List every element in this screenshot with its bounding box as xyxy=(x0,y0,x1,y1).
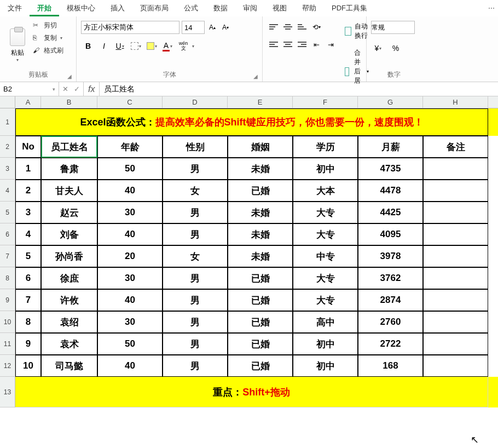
increase-font-button[interactable]: A▴ xyxy=(207,21,218,33)
data-cell[interactable]: 已婚 xyxy=(228,267,293,289)
data-cell[interactable]: 2722 xyxy=(358,333,423,355)
border-button[interactable]: ▾ xyxy=(129,39,143,53)
data-cell[interactable]: 徐庶 xyxy=(41,267,97,289)
data-cell[interactable]: 10 xyxy=(15,355,41,377)
data-cell[interactable]: 4425 xyxy=(358,202,423,223)
phonetic-button[interactable]: wén文 xyxy=(176,39,190,53)
menu-layout[interactable]: 页面布局 xyxy=(132,0,176,16)
formula-confirm-icon[interactable]: ✓ xyxy=(74,85,80,93)
select-all-corner[interactable] xyxy=(0,96,15,108)
data-cell[interactable]: 已婚 xyxy=(228,180,293,202)
data-cell[interactable] xyxy=(423,223,488,245)
data-cell[interactable]: 7 xyxy=(15,289,41,311)
data-cell[interactable]: 1 xyxy=(15,158,41,180)
data-cell[interactable]: 许攸 xyxy=(41,289,97,311)
data-cell[interactable]: 大专 xyxy=(293,289,358,311)
data-cell[interactable]: 4478 xyxy=(358,180,423,202)
data-cell[interactable]: 40 xyxy=(97,180,163,202)
align-middle-button[interactable] xyxy=(281,21,294,33)
header-cell[interactable]: 员工姓名 xyxy=(41,136,97,158)
data-cell[interactable] xyxy=(423,267,488,289)
col-header-d[interactable]: D xyxy=(163,96,228,108)
data-cell[interactable]: 大专 xyxy=(293,223,358,245)
data-cell[interactable]: 40 xyxy=(97,223,163,245)
menu-home[interactable]: 开始 xyxy=(30,0,59,16)
data-cell[interactable]: 男 xyxy=(163,333,228,355)
row-header[interactable]: 8 xyxy=(0,267,15,289)
data-cell[interactable]: 9 xyxy=(15,333,41,355)
data-cell[interactable] xyxy=(423,180,488,202)
bold-button[interactable]: B xyxy=(81,39,95,53)
row-header[interactable]: 13 xyxy=(0,377,15,407)
data-cell[interactable]: 4 xyxy=(15,223,41,245)
data-cell[interactable]: 鲁肃 xyxy=(41,158,97,180)
indent-increase-button[interactable]: ⇥ xyxy=(324,38,337,50)
align-center-button[interactable] xyxy=(281,38,294,50)
align-top-button[interactable] xyxy=(267,21,280,33)
data-cell[interactable]: 高中 xyxy=(293,311,358,333)
menu-more-icon[interactable]: ⋯ xyxy=(488,4,498,12)
align-left-button[interactable] xyxy=(267,38,280,50)
row-header[interactable]: 12 xyxy=(0,355,15,377)
data-cell[interactable]: 已婚 xyxy=(228,355,293,377)
data-cell[interactable]: 2874 xyxy=(358,289,423,311)
footer-cell[interactable]: 重点：Shift+拖动 xyxy=(15,377,488,407)
number-format-select[interactable] xyxy=(371,21,415,34)
data-cell[interactable]: 初中 xyxy=(293,355,358,377)
font-dialog-launcher[interactable]: ◢ xyxy=(253,73,258,79)
menu-template[interactable]: 模板中心 xyxy=(59,0,103,16)
formula-cancel-icon[interactable]: ✕ xyxy=(62,85,68,93)
fx-button[interactable]: fx xyxy=(84,82,100,96)
data-cell[interactable]: 4095 xyxy=(358,223,423,245)
data-cell[interactable]: 大专 xyxy=(293,202,358,223)
fill-color-button[interactable]: ▾ xyxy=(144,39,159,53)
font-size-select[interactable] xyxy=(182,21,205,34)
data-cell[interactable] xyxy=(423,289,488,311)
data-cell[interactable]: 男 xyxy=(163,267,228,289)
data-cell[interactable]: 50 xyxy=(97,158,163,180)
row-header[interactable]: 9 xyxy=(0,289,15,311)
menu-formula[interactable]: 公式 xyxy=(176,0,206,16)
row-header[interactable]: 7 xyxy=(0,245,15,267)
data-cell[interactable]: 刘备 xyxy=(41,223,97,245)
data-cell[interactable] xyxy=(423,202,488,223)
data-cell[interactable]: 168 xyxy=(358,355,423,377)
data-cell[interactable]: 未婚 xyxy=(228,158,293,180)
name-box[interactable]: B2▾ xyxy=(0,82,59,96)
data-cell[interactable] xyxy=(423,355,488,377)
menu-view[interactable]: 视图 xyxy=(265,0,294,16)
data-cell[interactable] xyxy=(423,245,488,267)
format-painter-button[interactable]: 🖌格式刷 xyxy=(33,46,63,55)
header-cell[interactable]: 学历 xyxy=(293,136,358,158)
data-cell[interactable]: 5 xyxy=(15,245,41,267)
data-cell[interactable]: 2 xyxy=(15,180,41,202)
data-cell[interactable]: 大专 xyxy=(293,267,358,289)
data-cell[interactable]: 袁术 xyxy=(41,333,97,355)
row-header[interactable]: 2 xyxy=(0,136,15,158)
data-cell[interactable]: 30 xyxy=(97,311,163,333)
data-cell[interactable]: 30 xyxy=(97,267,163,289)
data-cell[interactable]: 8 xyxy=(15,311,41,333)
row-header[interactable]: 10 xyxy=(0,311,15,333)
formula-input[interactable] xyxy=(100,85,498,94)
row-header[interactable]: 6 xyxy=(0,223,15,245)
data-cell[interactable]: 甘夫人 xyxy=(41,180,97,202)
data-cell[interactable]: 2760 xyxy=(358,311,423,333)
header-cell[interactable]: 月薪 xyxy=(358,136,423,158)
data-cell[interactable]: 男 xyxy=(163,289,228,311)
data-cell[interactable]: 大本 xyxy=(293,180,358,202)
data-cell[interactable]: 初中 xyxy=(293,333,358,355)
data-cell[interactable]: 已婚 xyxy=(228,289,293,311)
indent-decrease-button[interactable]: ⇤ xyxy=(310,38,323,50)
data-cell[interactable]: 女 xyxy=(163,180,228,202)
data-cell[interactable]: 赵云 xyxy=(41,202,97,223)
decrease-font-button[interactable]: A▾ xyxy=(220,21,231,33)
orientation-button[interactable]: ⟲▾ xyxy=(310,21,323,33)
data-cell[interactable]: 男 xyxy=(163,355,228,377)
data-cell[interactable]: 30 xyxy=(97,202,163,223)
title-cell[interactable]: Excel函数公式：提高效率必备的Shift键应用技巧，你也需要一份，速度围观！ xyxy=(15,108,488,136)
font-color-button[interactable]: A▾ xyxy=(160,39,175,53)
menu-help[interactable]: 帮助 xyxy=(294,0,324,16)
data-cell[interactable]: 男 xyxy=(163,223,228,245)
menu-pdf[interactable]: PDF工具集 xyxy=(324,0,375,16)
